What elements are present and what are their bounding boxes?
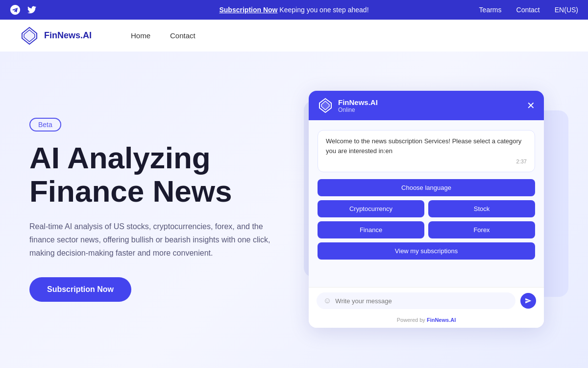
- logo-text: FinNews.AI: [44, 30, 92, 41]
- announcement-text: Subscription Now Keeping you one step ah…: [219, 6, 368, 14]
- chat-input-area: ☺: [317, 292, 515, 309]
- twitter-icon[interactable]: [26, 4, 37, 15]
- chat-footer: ☺: [309, 287, 544, 314]
- chat-category-row-1: Cryptocurrency Stock: [318, 200, 535, 217]
- hero-subtitle: Real-time AI analysis of US stocks, cryp…: [29, 220, 274, 260]
- navbar: FinNews.AI Home Contact: [0, 20, 588, 52]
- hero-content: Beta AI Analyzing Finance News Real-time…: [29, 118, 294, 302]
- choose-language-button[interactable]: Choose language: [318, 179, 535, 196]
- hero-title: AI Analyzing Finance News: [29, 141, 294, 208]
- chat-buttons: Choose language Cryptocurrency Stock Fin…: [318, 179, 535, 260]
- telegram-icon[interactable]: [10, 4, 21, 15]
- tearms-link[interactable]: Tearms: [479, 6, 502, 14]
- logo-icon: [20, 26, 39, 46]
- announcement-nav: Tearms Contact EN(US): [479, 6, 578, 14]
- nav-contact[interactable]: Contact: [170, 31, 196, 40]
- powered-by-link[interactable]: FinNews.AI: [427, 317, 456, 323]
- hero-visual: FinNews.AI Online ✕ Welcome to the news …: [294, 52, 559, 368]
- view-subscriptions-button[interactable]: View my subscriptions: [318, 242, 535, 260]
- chat-body: Welcome to the news subscription Service…: [309, 120, 544, 287]
- finance-button[interactable]: Finance: [318, 221, 424, 238]
- language-selector[interactable]: EN(US): [555, 6, 578, 14]
- chat-logo-icon: [318, 98, 333, 113]
- chat-status: Online: [338, 106, 378, 113]
- forex-button[interactable]: Forex: [428, 221, 535, 238]
- cryptocurrency-button[interactable]: Cryptocurrency: [318, 200, 424, 217]
- contact-link[interactable]: Contact: [516, 6, 540, 14]
- chat-send-button[interactable]: [520, 293, 536, 309]
- subscription-link[interactable]: Subscription Now: [219, 6, 277, 14]
- chat-category-row-2: Finance Forex: [318, 221, 535, 238]
- emoji-icon[interactable]: ☺: [323, 296, 331, 305]
- beta-badge: Beta: [29, 118, 61, 131]
- nav-links: Home Contact: [131, 31, 196, 40]
- hero-cta-button[interactable]: Subscription Now: [29, 277, 131, 302]
- nav-home[interactable]: Home: [131, 31, 150, 40]
- chat-timestamp: 2:37: [326, 158, 527, 166]
- chat-message-input[interactable]: [335, 297, 509, 305]
- announcement-bar: Subscription Now Keeping you one step ah…: [0, 0, 588, 20]
- stock-button[interactable]: Stock: [428, 200, 535, 217]
- chat-brand-info: FinNews.AI Online: [338, 98, 378, 113]
- chat-widget: FinNews.AI Online ✕ Welcome to the news …: [309, 91, 544, 328]
- chat-brand-name: FinNews.AI: [338, 98, 378, 106]
- chat-close-button[interactable]: ✕: [527, 101, 535, 110]
- logo[interactable]: FinNews.AI: [20, 26, 92, 46]
- chat-message: Welcome to the news subscription Service…: [318, 130, 535, 172]
- chat-header-left: FinNews.AI Online: [318, 98, 378, 113]
- social-icons: [10, 4, 37, 15]
- chat-header: FinNews.AI Online ✕: [309, 91, 544, 120]
- hero-section: Beta AI Analyzing Finance News Real-time…: [0, 52, 588, 368]
- chat-powered-by: Powered by FinNews.AI: [309, 314, 544, 328]
